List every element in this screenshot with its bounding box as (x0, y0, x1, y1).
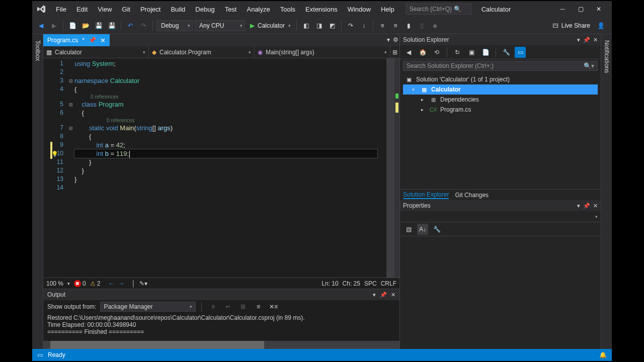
solution-platform-dropdown[interactable]: Any CPU (195, 20, 245, 31)
solution-explorer-search[interactable]: Search Solution Explorer (Ctrl+;) 🔍▾ (400, 59, 601, 72)
menu-git[interactable]: Git (117, 4, 135, 15)
se-show-all-icon[interactable]: 📄 (480, 47, 491, 58)
step-into-icon[interactable]: ↓ (358, 20, 369, 31)
se-back-icon[interactable]: ◀ (403, 47, 414, 58)
close-window-button[interactable]: ✕ (594, 4, 604, 14)
se-preview-icon[interactable]: ▭ (515, 47, 526, 58)
output-wrap-icon[interactable]: ↵ (222, 301, 233, 312)
menu-edit[interactable]: Edit (72, 4, 92, 15)
fold-gutter[interactable]: ⊟⊟⊟ (67, 58, 74, 278)
save-button[interactable]: 💾 (93, 20, 104, 31)
se-refresh-icon[interactable]: ↻ (452, 47, 463, 58)
property-pages-icon[interactable]: 🔧 (431, 224, 442, 235)
toolbar-icon-3[interactable]: ◩ (327, 20, 338, 31)
code-content[interactable]: 💡 using System; namespace Calculator { 0… (74, 58, 386, 278)
file-tab-program[interactable]: Program.cs* 📌 ✕ (43, 34, 110, 46)
live-share-button[interactable]: ⮹ Live Share 👤 (552, 22, 609, 29)
notifications-bell-icon[interactable]: 🔔 (599, 351, 607, 358)
panel-pin-icon[interactable]: 📌 (583, 203, 590, 209)
properties-object-dropdown[interactable]: ▾ (400, 211, 601, 222)
bookmark-icon[interactable]: ◆ (429, 20, 440, 31)
error-count[interactable]: ✖0 (74, 280, 86, 287)
nav-project-dropdown[interactable]: ▦ Calculator (43, 46, 149, 58)
panel-close-icon[interactable]: ✕ (593, 37, 598, 43)
output-pin-icon[interactable]: 📌 (380, 292, 387, 298)
menu-debug[interactable]: Debug (191, 4, 219, 15)
output-content[interactable]: Restored C:\Users\meghaanand\source\repo… (43, 313, 399, 341)
project-node[interactable]: ▾ ▦ Calculator (403, 84, 598, 95)
nav-next-icon[interactable]: → (118, 280, 124, 287)
panel-dropdown-icon[interactable]: ▾ (577, 203, 580, 209)
notifications-tab[interactable]: Notifications (603, 38, 610, 75)
output-clear-all-icon[interactable]: ✕≡ (268, 301, 279, 312)
menu-window[interactable]: Window (343, 4, 375, 15)
se-sync-icon[interactable]: ⟲ (431, 47, 442, 58)
left-side-tab[interactable]: Toolbox (32, 34, 43, 349)
pen-icon[interactable]: ✎▾ (139, 280, 147, 287)
menu-test[interactable]: Test (220, 4, 242, 15)
output-window-icon[interactable]: ▭ (37, 351, 43, 358)
menu-help[interactable]: Help (376, 4, 399, 15)
pin-tab-icon[interactable]: 📌 (89, 37, 96, 44)
codelens-refs[interactable]: 0 references (74, 94, 377, 100)
split-editor-icon[interactable]: ⊞ (390, 46, 399, 58)
zoom-level[interactable]: 100 % (46, 280, 63, 287)
warning-count[interactable]: ⚠2 (90, 280, 101, 287)
redo-button[interactable]: ↷ (138, 20, 149, 31)
maximize-button[interactable]: ▢ (576, 4, 586, 14)
categorized-icon[interactable]: ▤ (403, 224, 414, 235)
tab-git-changes[interactable]: Git Changes (455, 192, 489, 199)
output-close-icon[interactable]: ✕ (391, 292, 395, 298)
output-source-dropdown[interactable]: Package Manager (100, 302, 196, 312)
menu-file[interactable]: File (51, 4, 71, 15)
menu-analyze[interactable]: Analyze (242, 4, 274, 15)
tab-solution-explorer[interactable]: Solution Explorer (403, 191, 449, 199)
menu-tools[interactable]: Tools (276, 4, 300, 15)
file-node-program[interactable]: ▸ C# Program.cs (403, 105, 598, 115)
panel-dropdown-icon[interactable]: ▾ (577, 37, 580, 43)
menu-build[interactable]: Build (166, 4, 190, 15)
line-ending[interactable]: CRLF (381, 280, 396, 287)
expand-arrow-icon[interactable]: ▸ (421, 97, 426, 102)
start-debug-button[interactable]: ▶ Calculator (247, 22, 293, 29)
solution-node[interactable]: ▣ Solution 'Calculator' (1 of 1 project) (403, 74, 598, 84)
minimize-button[interactable]: ─ (557, 4, 568, 14)
nav-prev-icon[interactable]: ← (108, 280, 114, 287)
comment-icon[interactable]: ▮ (403, 20, 414, 31)
open-file-button[interactable]: 📂 (80, 20, 91, 31)
output-dropdown-icon[interactable]: ▾ (373, 292, 376, 298)
menu-extensions[interactable]: Extensions (301, 4, 342, 15)
expand-arrow-icon[interactable]: ▾ (412, 87, 417, 92)
close-tab-icon[interactable]: ✕ (100, 37, 106, 44)
output-toggle-icon[interactable]: ⊞ (237, 301, 249, 312)
solution-tree[interactable]: ▣ Solution 'Calculator' (1 of 1 project)… (400, 72, 601, 189)
dependencies-node[interactable]: ▸ ⊞ Dependencies (403, 95, 598, 105)
output-h-scrollbar[interactable] (43, 341, 399, 349)
nav-class-dropdown[interactable]: ◆ Calculator.Program (149, 46, 255, 58)
output-list-icon[interactable]: ≡ (253, 301, 264, 312)
tab-settings-icon[interactable]: ⚙ (393, 36, 398, 43)
new-project-button[interactable]: 📄 (67, 20, 78, 31)
solution-config-dropdown[interactable]: Debug (156, 20, 193, 31)
toolbar-icon-2[interactable]: ◨ (313, 20, 325, 31)
vertical-scrollbar[interactable] (386, 58, 394, 278)
toolbox-tab[interactable]: Toolbox (34, 38, 41, 63)
account-icon[interactable]: 👤 (597, 22, 605, 29)
nav-forward-button[interactable]: ▶ (48, 20, 59, 31)
expand-arrow-icon[interactable]: ▸ (421, 107, 426, 112)
output-clear-icon[interactable]: ≡ (207, 301, 218, 312)
alphabetical-icon[interactable]: A↓ (417, 224, 428, 235)
lightbulb-icon[interactable]: 💡 (51, 151, 58, 157)
codelens-refs[interactable]: 0 references (74, 117, 377, 124)
step-over-icon[interactable]: ↷ (345, 20, 356, 31)
undo-button[interactable]: ↶ (125, 20, 136, 31)
menu-project[interactable]: Project (136, 4, 165, 15)
indent-mode[interactable]: SPC (364, 280, 377, 287)
nav-member-dropdown[interactable]: ◉ Main(string[] args) (255, 46, 390, 58)
indent-more-icon[interactable]: ≡ (390, 20, 401, 31)
quick-search-input[interactable]: Search (Ctrl+Q) 🔍 (406, 4, 471, 15)
indent-less-icon[interactable]: ≡ (377, 20, 388, 31)
right-side-tab[interactable]: Notifications (601, 34, 612, 349)
menu-view[interactable]: View (93, 4, 116, 15)
panel-close-icon[interactable]: ✕ (593, 203, 598, 209)
